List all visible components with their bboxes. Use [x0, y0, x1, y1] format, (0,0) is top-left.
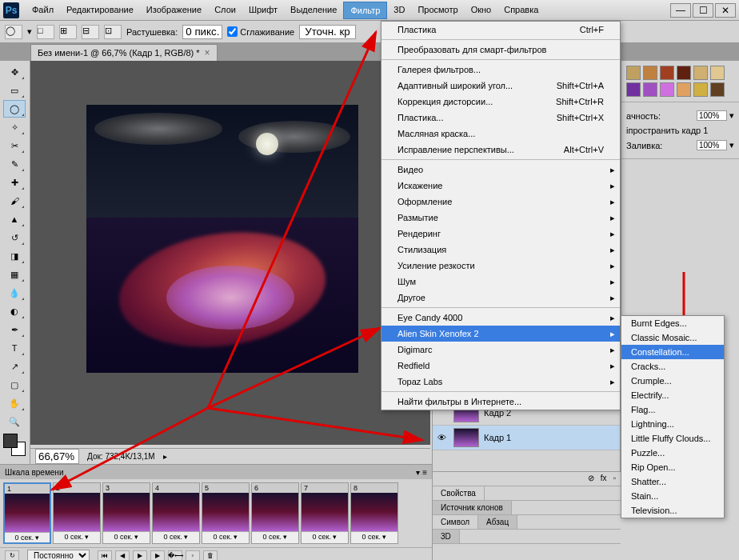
tl-loop-icon[interactable]: ↻ — [5, 550, 19, 561]
history-brush-tool[interactable]: ↺ — [3, 229, 26, 246]
play-button[interactable]: ▶ — [133, 550, 147, 561]
submenu-item[interactable]: Puzzle... — [621, 446, 724, 460]
swatch[interactable] — [660, 66, 674, 80]
submenu-item[interactable]: Burnt Edges... — [621, 316, 724, 330]
menu-шрифт[interactable]: Шрифт — [242, 2, 284, 19]
menu-файл[interactable]: Файл — [26, 2, 60, 19]
prev-frame-button[interactable]: ◀ — [115, 550, 130, 561]
timeline-frame[interactable]: 20 сек. ▾ — [53, 482, 101, 544]
swatch[interactable] — [710, 82, 725, 97]
new-frame-button[interactable]: ▫ — [186, 550, 200, 561]
next-frame-button[interactable]: ▶ — [150, 550, 165, 561]
filter-item[interactable]: Redfield▸ — [381, 358, 620, 374]
filter-item[interactable]: Исправление перспективы...Alt+Ctrl+V — [381, 142, 620, 158]
type-tool[interactable]: T — [3, 339, 26, 357]
filter-item[interactable]: ПластикаCtrl+F — [381, 22, 620, 38]
stamp-tool[interactable]: ▲ — [3, 210, 26, 228]
timeline-frame[interactable]: 40 сек. ▾ — [152, 482, 200, 544]
submenu-item[interactable]: Little Fluffy Clouds... — [621, 431, 724, 446]
close-button[interactable]: ✕ — [715, 3, 736, 18]
timeline-frame[interactable]: 80 сек. ▾ — [350, 482, 398, 544]
tab-properties[interactable]: Свойства — [433, 486, 485, 500]
healing-tool[interactable]: ✚ — [3, 174, 26, 191]
close-icon[interactable]: × — [205, 47, 210, 58]
eraser-tool[interactable]: ◨ — [3, 247, 26, 265]
tween-button[interactable]: �⟷ — [168, 550, 182, 561]
filter-item[interactable]: Другое▸ — [381, 290, 620, 306]
feather-input[interactable] — [182, 25, 222, 39]
submenu-item[interactable]: Rip Open... — [621, 460, 724, 474]
filter-item[interactable]: Topaz Labs▸ — [381, 374, 620, 390]
move-tool[interactable]: ✥ — [3, 63, 26, 81]
filter-item[interactable]: Найти фильтры в Интернете... — [381, 394, 620, 410]
zoom-input[interactable] — [35, 449, 79, 464]
swatch[interactable] — [677, 82, 691, 97]
timeline-frame[interactable]: 30 сек. ▾ — [102, 482, 150, 544]
swatch[interactable] — [626, 66, 641, 80]
menu-изображение[interactable]: Изображение — [140, 2, 208, 19]
menu-просмотр[interactable]: Просмотр — [411, 2, 464, 19]
crop-tool[interactable]: ✂ — [3, 137, 26, 154]
opacity-input[interactable] — [697, 110, 727, 121]
loop-select[interactable]: Постоянно — [27, 550, 90, 560]
maximize-button[interactable]: ☐ — [693, 3, 713, 18]
selection-new-icon[interactable]: □ — [37, 25, 54, 39]
timeline-frame[interactable]: 50 сек. ▾ — [202, 482, 250, 544]
submenu-item[interactable]: Stain... — [621, 489, 724, 503]
fill-input[interactable] — [697, 140, 727, 150]
first-frame-button[interactable]: ⏮ — [98, 550, 112, 561]
menu-редактирование[interactable]: Редактирование — [60, 2, 140, 19]
canvas-image[interactable] — [86, 105, 358, 373]
brush-tool[interactable]: 🖌 — [3, 192, 26, 210]
filter-item[interactable]: Видео▸ — [381, 162, 620, 178]
submenu-item[interactable]: Shatter... — [621, 474, 724, 489]
swatch[interactable] — [643, 82, 657, 97]
filter-item[interactable]: Рендеринг▸ — [381, 226, 620, 242]
submenu-item[interactable]: Flag... — [621, 402, 724, 417]
filter-item[interactable]: Alien Skin Xenofex 2▸ — [381, 326, 620, 342]
pen-tool[interactable]: ✒ — [3, 321, 26, 338]
tool-preset-icon[interactable]: ◯ — [5, 25, 22, 39]
link-icon[interactable]: ⊘ — [588, 474, 594, 484]
wand-tool[interactable]: ✧ — [3, 118, 26, 136]
marquee-tool[interactable]: ▭ — [3, 82, 26, 99]
filter-item[interactable]: Стилизация▸ — [381, 242, 620, 258]
menu-окно[interactable]: Окно — [465, 2, 498, 19]
path-tool[interactable]: ↗ — [3, 358, 26, 375]
filter-item[interactable]: Оформление▸ — [381, 194, 620, 210]
filter-item[interactable]: Искажение▸ — [381, 178, 620, 194]
filter-item[interactable]: Галерея фильтров... — [381, 62, 620, 78]
swatch[interactable] — [626, 82, 641, 97]
timeline-frame[interactable]: 10 сек. ▾ — [3, 482, 51, 544]
document-tab[interactable]: Без имени-1 @ 66,7% (Кадр 1, RGB/8) * × — [30, 44, 218, 61]
menu-фильтр[interactable]: Фильтр — [343, 2, 387, 19]
zoom-tool[interactable]: 🔍 — [3, 413, 26, 430]
selection-subtract-icon[interactable]: ⊟ — [82, 25, 99, 39]
filter-item[interactable]: Eye Candy 4000▸ — [381, 310, 620, 326]
filter-item[interactable]: Коррекция дисторсии...Shift+Ctrl+R — [381, 94, 620, 110]
tab-character[interactable]: Символ — [433, 515, 478, 529]
filter-item[interactable]: Digimarc▸ — [381, 342, 620, 358]
fx-icon[interactable]: fx — [601, 474, 607, 484]
menu-слои[interactable]: Слои — [208, 2, 242, 19]
refine-edge-button[interactable]: Уточн. кр — [299, 25, 356, 39]
hand-tool[interactable]: ✋ — [3, 394, 26, 412]
swatch[interactable] — [693, 82, 708, 97]
menu-справка[interactable]: Справка — [497, 2, 545, 19]
submenu-item[interactable]: Crumple... — [621, 374, 724, 388]
submenu-item[interactable]: Cracks... — [621, 359, 724, 374]
timeline-frame[interactable]: 70 сек. ▾ — [301, 482, 349, 544]
minimize-button[interactable]: — — [670, 3, 691, 18]
swatch[interactable] — [643, 66, 657, 80]
filter-item[interactable]: Размытие▸ — [381, 210, 620, 226]
menu-3d[interactable]: 3D — [387, 2, 411, 19]
eyedropper-tool[interactable]: ✎ — [3, 155, 26, 173]
filter-item[interactable]: Преобразовать для смарт-фильтров — [381, 42, 620, 58]
submenu-item[interactable]: Electrify... — [621, 388, 724, 402]
filter-item[interactable]: Адаптивный широкий угол...Shift+Ctrl+A — [381, 78, 620, 94]
tab-3d[interactable]: 3D — [433, 530, 460, 543]
antialias-checkbox[interactable]: Сглаживание — [227, 26, 294, 37]
swatch[interactable] — [710, 66, 725, 80]
menu-выделение[interactable]: Выделение — [284, 2, 343, 19]
blur-tool[interactable]: 💧 — [3, 284, 26, 302]
